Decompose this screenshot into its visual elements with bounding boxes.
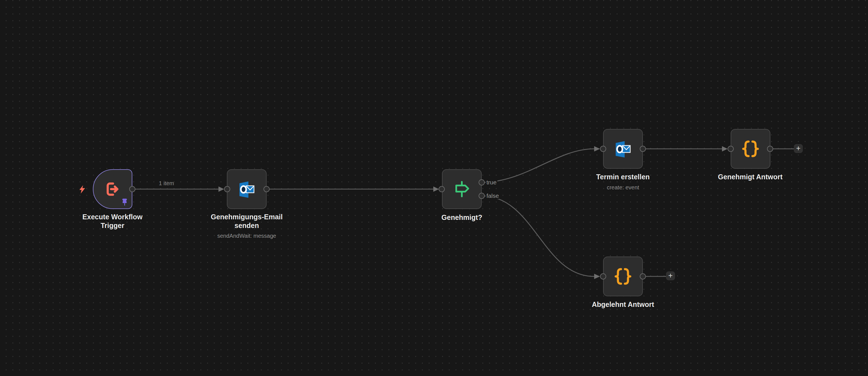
node-title: Execute Workflow Trigger [76,213,149,230]
outlook-icon [614,139,632,158]
node-caption: Execute Workflow Trigger [76,213,149,230]
node-title: Genehmigt? [420,213,504,222]
add-node-plus-button[interactable]: + [666,271,675,280]
node-title: Genehmigt Antwort [703,173,798,181]
node-caption: Termin erstellen create: event [581,173,665,191]
connection-items-label: 1 item [154,180,179,187]
output-port[interactable] [640,146,646,152]
trigger-bolt-icon [79,185,86,194]
output-label-true: true [486,179,497,186]
node-caption: Abgelehnt Antwort [576,300,671,309]
arrowhead-icon [218,187,224,192]
input-port[interactable] [224,186,230,192]
node-execute-workflow-trigger[interactable] [93,169,132,209]
node-title: Abgelehnt Antwort [576,300,671,309]
workflow-canvas[interactable]: Execute Workflow Trigger 1 item Genehmig… [0,0,868,376]
output-port[interactable] [264,186,270,192]
input-port[interactable] [600,273,606,280]
pinned-data-pin-icon [121,198,128,206]
input-port[interactable] [600,146,606,152]
arrowhead-icon [722,146,727,152]
output-port-true[interactable] [478,179,485,186]
if-signpost-icon [453,180,471,198]
output-port[interactable] [129,186,135,192]
workflow-trigger-icon [103,180,122,198]
outlook-icon [238,180,256,198]
set-braces-icon [614,267,632,286]
node-caption: Genehmigungs-Email senden sendAndWait: m… [208,213,286,239]
output-port[interactable] [767,146,773,152]
output-label-false: false [486,193,500,199]
node-caption: Genehmigt? [420,213,504,222]
node-genehmigungs-email-senden[interactable] [227,169,267,209]
connection-if-false-to-abgelehnt[interactable] [482,196,594,276]
arrowhead-icon [433,187,439,192]
arrowhead-icon [594,146,600,152]
output-port[interactable] [640,273,646,280]
add-node-plus-button[interactable]: + [794,144,803,153]
node-genehmigt-antwort[interactable] [731,129,770,169]
input-port[interactable] [727,146,734,152]
node-termin-erstellen[interactable] [603,129,643,169]
node-subtitle: create: event [581,184,665,191]
connection-if-true-to-termin[interactable] [482,149,594,182]
output-port-false[interactable] [478,193,485,199]
node-title: Genehmigungs-Email senden [208,213,286,230]
node-genehmigt-if[interactable] [442,169,482,209]
node-caption: Genehmigt Antwort [703,173,798,181]
node-subtitle: sendAndWait: message [208,233,286,239]
node-abgelehnt-antwort[interactable] [603,256,643,296]
arrowhead-icon [594,274,600,279]
node-title: Termin erstellen [581,173,665,181]
set-braces-icon [741,139,760,158]
input-port[interactable] [439,186,445,192]
